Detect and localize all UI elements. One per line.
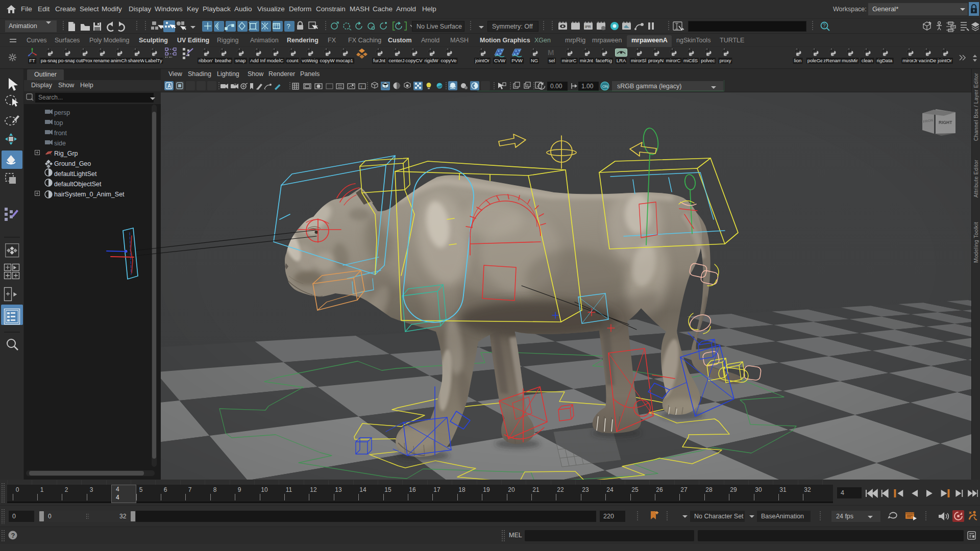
svg-text:IPR: IPR xyxy=(585,25,591,29)
svg-text:A: A xyxy=(167,83,171,89)
svg-text:T: T xyxy=(360,85,363,89)
svg-text:?: ? xyxy=(286,22,290,30)
svg-text:?: ? xyxy=(823,23,826,29)
svg-text:?: ? xyxy=(11,532,15,539)
svg-text:ON: ON xyxy=(602,84,608,89)
svg-text:M: M xyxy=(548,48,554,57)
